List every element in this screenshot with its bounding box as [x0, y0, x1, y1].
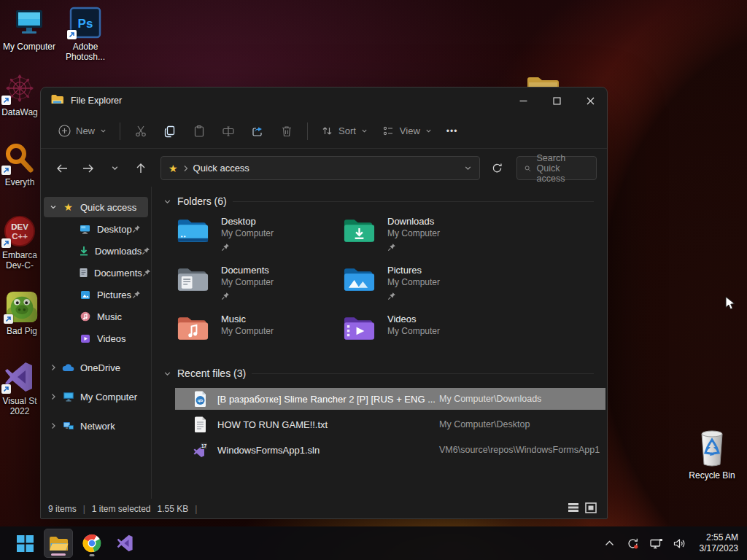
- window-folder-icon: [51, 94, 63, 107]
- chrome-icon: [82, 534, 101, 553]
- folder-tile-downloads[interactable]: Downloads My Computer: [342, 216, 508, 254]
- mouse-cursor: [725, 296, 735, 314]
- chevron-down-icon: [425, 128, 432, 134]
- desktop-icon-recycle-bin[interactable]: Recycle Bin: [684, 427, 740, 481]
- recent-locations-button[interactable]: [104, 158, 125, 179]
- svg-text:Ps: Ps: [78, 17, 93, 31]
- copy-button[interactable]: [155, 119, 185, 144]
- paste-button[interactable]: [185, 119, 214, 144]
- pin-icon: [221, 241, 274, 254]
- taskbar: 2:55 AM 3/17/2023: [0, 526, 747, 560]
- devcpp-icon: DEVC++: [3, 214, 36, 248]
- sidebar-item-network[interactable]: Network: [44, 416, 148, 436]
- plus-circle-icon: [58, 125, 71, 137]
- back-button[interactable]: [51, 158, 73, 179]
- recent-file-row[interactable]: 17 WindowsFormsApp1.sln VM6\source\repos…: [175, 439, 605, 461]
- sidebar-item-my-computer[interactable]: My Computer: [44, 386, 148, 407]
- desktop-folder-icon: [176, 216, 210, 245]
- desktop-icon-label: DataWag: [1, 107, 38, 117]
- desktop-icon-photoshop[interactable]: Ps AdobePhotosh...: [57, 6, 114, 62]
- items-view: Folders (6) Desktop My Computer: [152, 187, 607, 499]
- view-icon: [382, 125, 395, 137]
- address-dropdown-icon[interactable]: [464, 162, 472, 175]
- tray-network-icon[interactable]: [649, 535, 665, 551]
- chevron-right-icon[interactable]: [48, 422, 58, 429]
- delete-button[interactable]: [272, 119, 301, 144]
- sort-button[interactable]: Sort: [314, 120, 375, 141]
- sidebar-item-documents[interactable]: Documents: [44, 262, 148, 283]
- folder-tile-pictures[interactable]: Pictures My Computer: [342, 265, 508, 303]
- folder-tile-videos[interactable]: Videos My Computer: [342, 314, 508, 350]
- documents-folder-icon: [176, 265, 210, 294]
- visual-studio-icon: [116, 534, 135, 553]
- pin-icon: [387, 241, 440, 254]
- shortcut-arrow-icon: [1, 96, 11, 105]
- tray-update-icon[interactable]: [625, 535, 641, 551]
- chevron-right-icon[interactable]: [48, 393, 58, 400]
- onedrive-cloud-icon: [62, 364, 74, 372]
- search-box[interactable]: Search Quick access: [516, 156, 597, 180]
- bad-piggies-icon: [5, 290, 39, 324]
- new-button[interactable]: New: [51, 120, 114, 141]
- file-explorer-icon: [49, 535, 69, 552]
- windows-logo-icon: [16, 534, 34, 553]
- large-icons-view-button[interactable]: [585, 502, 597, 516]
- window-titlebar[interactable]: File Explorer: [41, 88, 607, 114]
- breadcrumb-chevron-icon: [183, 165, 188, 172]
- pictures-folder-icon: [342, 265, 376, 294]
- tray-volume-icon[interactable]: [672, 535, 688, 551]
- close-button[interactable]: [573, 88, 607, 114]
- pin-icon: [142, 268, 151, 277]
- sidebar-item-desktop[interactable]: Desktop: [44, 219, 148, 239]
- desktop-icon-my-computer[interactable]: My Computer: [1, 6, 58, 52]
- folders-section-header[interactable]: Folders (6): [163, 195, 607, 207]
- rename-button[interactable]: [214, 119, 243, 144]
- torrent-file-icon: qb: [191, 391, 209, 408]
- shortcut-arrow-icon: [1, 384, 11, 394]
- taskbar-visual-studio-button[interactable]: [111, 529, 140, 558]
- maximize-button[interactable]: [540, 88, 573, 114]
- shortcut-arrow-icon: [4, 314, 13, 324]
- sidebar-item-videos[interactable]: Videos: [44, 328, 148, 349]
- chevron-right-icon[interactable]: [48, 364, 58, 371]
- desktop-icon-label: Recycle Bin: [689, 470, 735, 481]
- sidebar-item-music[interactable]: Music: [44, 306, 148, 327]
- refresh-button[interactable]: [486, 158, 508, 179]
- sidebar-item-downloads[interactable]: Downloads: [44, 241, 148, 261]
- more-options-button[interactable]: •••: [439, 122, 465, 141]
- view-button[interactable]: View: [375, 120, 439, 141]
- shortcut-arrow-icon: [1, 238, 11, 248]
- svg-text:C++: C++: [12, 232, 28, 241]
- folder-tile-desktop[interactable]: Desktop My Computer: [176, 216, 342, 254]
- sidebar-item-onedrive[interactable]: OneDrive: [44, 357, 148, 378]
- address-field[interactable]: ★ Quick access: [160, 156, 480, 180]
- recent-files-section-header[interactable]: Recent files (3): [163, 368, 607, 379]
- minimize-button[interactable]: [506, 88, 540, 114]
- everything-search-icon: [3, 141, 36, 175]
- desktop-icon-label: My Computer: [3, 42, 55, 52]
- taskbar-file-explorer-button[interactable]: [44, 529, 73, 558]
- folders-grid: Desktop My Computer Downloads My Compute…: [176, 216, 607, 350]
- documents-mini-icon: [79, 268, 88, 278]
- cut-button[interactable]: [126, 119, 155, 144]
- window-title: File Explorer: [71, 96, 122, 106]
- folder-tile-music[interactable]: Music My Computer: [176, 314, 342, 350]
- recent-file-row-selected[interactable]: qb [В разработке] Slime Rancher 2 [P] [R…: [175, 388, 605, 410]
- details-view-button[interactable]: [568, 502, 579, 515]
- recent-file-location: VM6\source\repos\WindowsFormsApp1: [439, 445, 600, 455]
- share-button[interactable]: [243, 119, 272, 144]
- tray-chevron-up-icon[interactable]: [602, 535, 618, 551]
- folder-tile-documents[interactable]: Documents My Computer: [176, 265, 342, 303]
- sidebar-item-quick-access[interactable]: ★ Quick access: [44, 197, 148, 217]
- taskbar-clock[interactable]: 2:55 AM 3/17/2023: [700, 532, 738, 554]
- taskbar-chrome-button[interactable]: [77, 529, 107, 558]
- recent-file-name: WindowsFormsApp1.sln: [217, 445, 436, 456]
- network-mini-icon: [62, 421, 74, 431]
- up-button[interactable]: [130, 158, 152, 179]
- recent-file-row[interactable]: HOW TO RUN GAME!!.txt My Computer\Deskto…: [175, 413, 605, 435]
- sidebar-item-pictures[interactable]: Pictures: [44, 284, 148, 305]
- chevron-down-icon[interactable]: [48, 203, 58, 211]
- star-icon: ★: [62, 201, 74, 213]
- forward-button[interactable]: [77, 158, 99, 179]
- start-button[interactable]: [10, 529, 39, 558]
